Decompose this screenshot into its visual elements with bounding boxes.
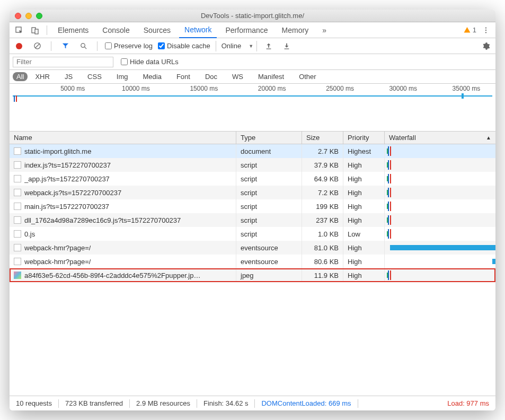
table-row[interactable]: index.js?ts=1572270700237script37.9 KBHi… <box>10 158 495 172</box>
waterfall-cell <box>385 255 495 268</box>
col-name[interactable]: Name <box>10 132 236 144</box>
request-size: 81.0 KB <box>302 241 343 255</box>
col-type[interactable]: Type <box>236 132 302 144</box>
status-resources: 2.9 MB resources <box>136 399 190 407</box>
file-icon <box>14 189 21 196</box>
type-manifest[interactable]: Manifest <box>258 73 284 81</box>
timeline-tick: 35000 ms <box>453 85 481 92</box>
request-size: 2.7 KB <box>302 144 343 158</box>
disable-cache-checkbox[interactable]: Disable cache <box>158 42 210 50</box>
svg-point-4 <box>485 29 486 30</box>
tab-memory[interactable]: Memory <box>277 22 314 38</box>
timeline-tick: 25000 ms <box>326 85 354 92</box>
throttling-select[interactable]: Online ▼ <box>216 41 258 51</box>
request-name: 0.js <box>24 230 35 238</box>
timeline[interactable]: 5000 ms10000 ms15000 ms20000 ms25000 ms3… <box>10 84 495 132</box>
request-size: 199 KB <box>302 199 343 213</box>
table-row[interactable]: a84f63e5-62cd-456b-89f4-c2adddc4e575%2Fp… <box>10 268 495 282</box>
clear-icon[interactable] <box>31 40 43 52</box>
waterfall-cell <box>385 213 495 227</box>
tab-console[interactable]: Console <box>97 22 135 38</box>
type-doc[interactable]: Doc <box>205 73 217 81</box>
titlebar: DevTools - static-import.glitch.me/ <box>10 10 495 22</box>
request-size: 80.6 KB <box>302 255 343 268</box>
hide-data-urls-checkbox[interactable]: Hide data URLs <box>121 58 179 66</box>
kebab-menu-icon[interactable] <box>480 24 492 37</box>
image-icon <box>14 272 21 279</box>
tab-performance[interactable]: Performance <box>220 22 273 38</box>
table-row[interactable]: static-import.glitch.medocument2.7 KBHig… <box>10 144 495 158</box>
svg-point-3 <box>485 27 486 28</box>
filter-icon[interactable] <box>59 40 72 52</box>
type-css[interactable]: CSS <box>87 73 102 81</box>
type-other[interactable]: Other <box>299 73 316 81</box>
request-type: script <box>236 213 302 227</box>
tab-more[interactable]: » <box>317 22 332 38</box>
timeline-tick: 15000 ms <box>190 85 218 92</box>
request-type: script <box>236 172 302 186</box>
svg-point-5 <box>485 32 486 33</box>
download-har-icon[interactable] <box>280 40 293 52</box>
request-size: 1.0 KB <box>302 227 343 241</box>
request-priority: High <box>343 255 385 268</box>
request-type: script <box>236 227 302 241</box>
col-size[interactable]: Size <box>302 132 343 144</box>
request-name: webpack.js?ts=1572270700237 <box>24 189 121 197</box>
upload-har-icon[interactable] <box>262 40 275 52</box>
tab-sources[interactable]: Sources <box>138 22 176 38</box>
status-finish: Finish: 34.62 s <box>203 399 249 407</box>
type-ws[interactable]: WS <box>232 73 243 81</box>
settings-icon[interactable] <box>480 40 492 52</box>
request-priority: High <box>343 213 385 227</box>
waterfall-cell <box>385 227 495 241</box>
request-type: document <box>236 144 302 158</box>
request-type: eventsource <box>236 241 302 255</box>
warnings-badge[interactable]: 1 <box>464 26 476 34</box>
type-img[interactable]: Img <box>117 73 128 81</box>
filter-input[interactable] <box>13 57 113 67</box>
type-xhr[interactable]: XHR <box>35 73 49 81</box>
table-header: Name Type Size Priority Waterfall▲ <box>10 132 495 144</box>
type-media[interactable]: Media <box>143 73 161 81</box>
svg-line-9 <box>84 47 86 49</box>
request-name: dll_1762a4d98a7289ec16c9.js?ts=157227070… <box>24 216 181 224</box>
file-icon <box>14 258 21 265</box>
request-size: 237 KB <box>302 213 343 227</box>
file-icon <box>14 230 21 238</box>
type-js[interactable]: JS <box>65 73 73 81</box>
svg-rect-2 <box>35 29 38 34</box>
request-priority: High <box>343 199 385 213</box>
tab-network[interactable]: Network <box>179 22 217 38</box>
waterfall-cell <box>385 199 495 213</box>
table-row[interactable]: dll_1762a4d98a7289ec16c9.js?ts=157227070… <box>10 213 495 227</box>
table-row[interactable]: main.js?ts=1572270700237script199 KBHigh <box>10 199 495 213</box>
tabbar: ElementsConsoleSourcesNetworkPerformance… <box>10 22 495 38</box>
file-icon <box>14 216 21 224</box>
status-transferred: 723 KB transferred <box>65 399 123 407</box>
search-icon[interactable] <box>77 40 90 52</box>
table-row[interactable]: 0.jsscript1.0 KBLow <box>10 227 495 241</box>
timeline-tick: 30000 ms <box>389 85 417 92</box>
table-row[interactable]: webpack-hmr?page=/eventsource81.0 KBHigh <box>10 241 495 255</box>
col-waterfall[interactable]: Waterfall▲ <box>385 132 495 144</box>
file-icon <box>14 244 21 251</box>
device-toggle-icon[interactable] <box>29 24 41 37</box>
tab-elements[interactable]: Elements <box>52 22 94 38</box>
inspect-icon[interactable] <box>13 24 25 37</box>
waterfall-cell <box>385 241 495 255</box>
preserve-log-checkbox[interactable]: Preserve log <box>105 42 153 50</box>
request-name: _app.js?ts=1572270700237 <box>24 175 110 183</box>
request-priority: High <box>343 241 385 255</box>
warnings-count: 1 <box>473 26 476 34</box>
type-filter-bar: All XHRJSCSSImgMediaFontDocWSManifestOth… <box>10 70 495 84</box>
table-row[interactable]: _app.js?ts=1572270700237script64.9 KBHig… <box>10 172 495 186</box>
table-row[interactable]: webpack.js?ts=1572270700237script7.2 KBH… <box>10 186 495 199</box>
table-row[interactable]: webpack-hmr?page=/eventsource80.6 KBHigh <box>10 255 495 268</box>
type-all[interactable]: All <box>13 72 28 81</box>
record-button[interactable] <box>13 40 25 52</box>
col-priority[interactable]: Priority <box>343 132 385 144</box>
request-name: static-import.glitch.me <box>24 147 91 155</box>
request-name: webpack-hmr?page=/ <box>24 244 91 252</box>
type-font[interactable]: Font <box>176 73 190 81</box>
file-icon <box>14 175 21 182</box>
